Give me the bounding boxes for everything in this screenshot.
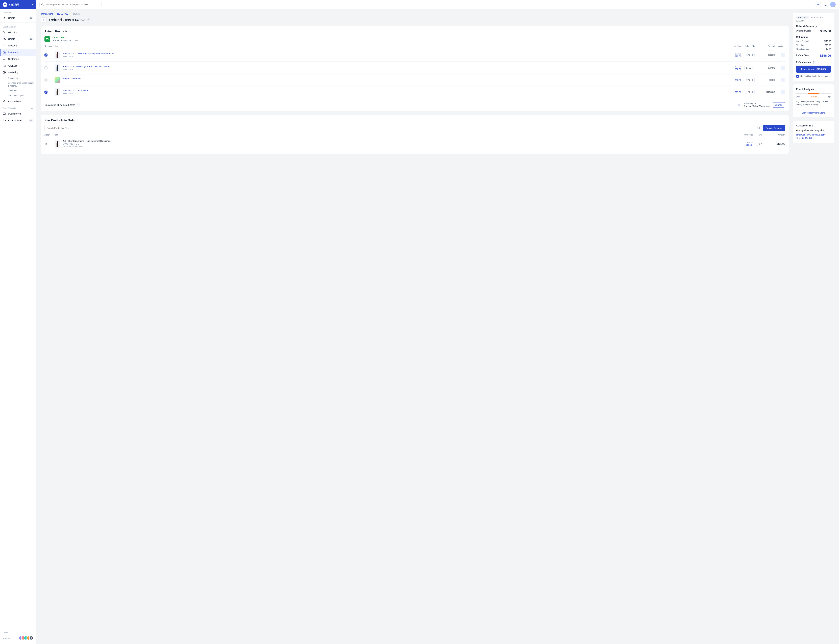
help-icon[interactable]: ? [87,18,90,21]
old-price: $37.00 [726,66,741,68]
current-price: $32.00 [726,68,741,71]
sidebar-item-inventory[interactable]: Inventory [0,49,36,56]
svg-point-21 [783,69,783,69]
qty-value: 1 / 12 [746,67,751,69]
sidebar-item-automations[interactable]: Automations [0,98,36,105]
notify-label: Sent notification to the customer. [800,75,829,77]
summary-title: Refund Summary [796,25,831,28]
sidebar-item-marketing[interactable]: Marketing [0,69,36,76]
breadcrumb: Transactions › INV #14982 › Refunds [41,13,789,15]
sidebar-item-pos[interactable]: Point of Sales 38 [0,117,36,124]
help-icon[interactable]: ? [812,61,815,64]
restock-checkbox[interactable] [44,79,48,82]
sidebar-item-products[interactable]: Products [0,42,36,49]
row-menu-button[interactable] [781,53,785,58]
svg-point-18 [783,56,783,56]
row-menu-button[interactable] [781,78,785,82]
restock-checkbox[interactable] [44,66,48,69]
product-name: 2017 The Coppermine Road Cabernet Sauvig… [63,140,110,142]
breadcrumb-current: Refunds [71,13,79,15]
nav-label: Analytics [8,64,33,67]
refund-products-card: Refund Products Order Fulfilled Barossa … [41,26,789,111]
customer-email[interactable]: emclaughlin@vincreative.com [796,133,831,136]
row-menu-button[interactable] [781,66,785,70]
sidebar-item-analytics[interactable]: Analytics [0,62,36,69]
teams-section-label: Teams [0,629,36,635]
issue-refund-button[interactable]: Issue Refund ($196.00) [796,66,831,72]
fraud-title: Fraud Analysis [796,88,831,90]
qty-value: 4 / 5 [746,91,750,93]
qty-stepper[interactable]: 3 [757,142,764,146]
notify-checkbox[interactable] [796,75,799,78]
restock-text-post: selected items [60,104,75,106]
avatar-more: +5 [29,636,33,640]
misc-value: $4.00 [826,48,831,51]
product-name[interactable]: Bleasdale 2021 Grenache [63,89,88,92]
restock-checkbox[interactable] [44,90,48,94]
svg-point-2 [5,4,5,4]
automations-icon [3,100,6,103]
search-icon [41,3,44,6]
th-unit-price: Unit Price [726,45,741,47]
notifications-button[interactable] [823,2,828,7]
qty-stepper[interactable]: 1 / 2 [745,53,754,57]
breadcrumb-transactions[interactable]: Transactions [41,13,53,15]
customer-phone[interactable]: +61 466 345 123 [796,137,831,139]
restock-checkbox[interactable] [44,54,48,56]
main-nav-section-label: Main Navigation [0,23,36,29]
stepper-arrows[interactable] [752,54,753,56]
sidebar-item-customers[interactable]: Customers [0,56,36,62]
restock-location: Barossa Valley Warehouse [744,105,770,107]
sidebar-fav-orders[interactable]: Orders 38 [0,15,36,21]
misc-label: Miscellaneous [796,48,809,51]
table-header: Action Item Unit Price Qty Amount [44,134,785,137]
pos-icon [3,119,6,122]
sidebar-item-ecommerce[interactable]: eCommerce [0,110,36,117]
delete-icon[interactable] [44,143,47,145]
stepper-arrows[interactable] [752,79,753,81]
sidebar-item-orders[interactable]: Orders 38 [0,36,36,42]
product-search-input[interactable] [44,125,762,131]
svg-point-4 [5,4,6,5]
svg-rect-7 [3,38,5,40]
fraud-meter-fill [808,93,819,94]
stepper-arrows[interactable] [752,91,753,93]
view-recommendations-link[interactable]: View Recommendations [796,109,831,114]
qty-stepper[interactable]: 0 / 2 [745,78,754,82]
help-icon[interactable]: ? [77,104,79,107]
stepper-arrows[interactable] [752,67,753,69]
product-name[interactable]: Salmon Poke Bowl [63,77,81,80]
browse-products-button[interactable]: Browse Products [763,125,785,131]
product-sku: - [63,80,81,83]
divider [0,22,36,23]
subnav-newsletters[interactable]: Newsletters [8,88,36,93]
stepper-arrows[interactable] [761,143,762,145]
user-avatar[interactable] [830,2,836,7]
change-location-button[interactable]: Change [772,102,785,107]
customer-info-title: Customer Info [796,124,831,127]
qty-stepper[interactable]: 1 / 12 [744,66,755,70]
shipping-value: $20.00 [825,44,831,46]
svg-point-1 [5,4,6,4]
subnav-bi[interactable]: Business Intelligence Insights & reports… [8,80,36,89]
team-row-marketing[interactable]: Marketing +5 [0,635,36,641]
qty-stepper[interactable]: 4 / 5 [745,90,754,94]
back-button[interactable] [41,18,46,23]
refund-action-label: Refund Action [796,61,811,63]
product-image [54,140,60,148]
subnav-dashboard[interactable]: Dashboard [8,76,36,80]
product-name[interactable]: Bleasdale 2021 Wild Pear Sauvignon Blanc… [63,52,114,55]
row-menu-button[interactable] [781,90,785,94]
breadcrumb-invoice[interactable]: INV #14982 [56,13,68,15]
search-input[interactable] [39,2,102,7]
subnav-coupons[interactable]: Discount Coupons [8,93,36,98]
sidebar-collapse-button[interactable] [32,3,34,6]
add-button[interactable] [816,2,821,7]
order-location: Barossa Valley Cellar Door [53,39,79,42]
card-title: Refund Products [44,30,785,33]
chevron-up-icon[interactable] [31,107,33,109]
sidebar-item-wineries[interactable]: Wineries [0,29,36,36]
product-name[interactable]: Bleasdale 2016 Wellington Road Shiraz Ca… [63,65,110,68]
fraud-high-label: High [827,95,831,98]
page-title: Refund - INV #14982 [49,18,85,22]
